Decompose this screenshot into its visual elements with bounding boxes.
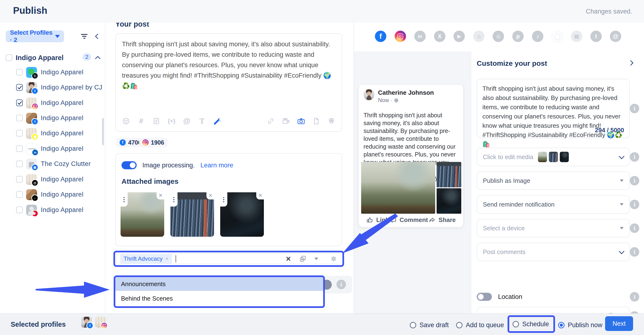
collapse-panel-icon[interactable]: [628, 60, 634, 66]
profile-row[interactable]: Indigo Apparel: [0, 126, 105, 141]
profile-checkbox[interactable]: [16, 176, 23, 183]
drag-handle-icon[interactable]: ⋮: [170, 192, 178, 207]
profile-row[interactable]: ♪ Indigo Apparel: [0, 187, 105, 202]
preview-image[interactable]: [436, 162, 461, 187]
preview-tab-google-business[interactable]: ⌂: [473, 31, 484, 42]
dropdown-option[interactable]: Announcements: [115, 277, 323, 291]
add-to-queue-option[interactable]: Add to queue: [456, 321, 504, 329]
filter-icon[interactable]: [81, 33, 88, 40]
profile-row[interactable]: f Indigo Apparel by CJ: [0, 80, 105, 95]
location-toggle[interactable]: [477, 293, 492, 301]
profile-checkbox[interactable]: [16, 84, 23, 91]
profile-row[interactable]: t Indigo Apparel: [0, 65, 105, 80]
avatar: f: [26, 82, 37, 93]
post-text-input[interactable]: Thrift shopping isn't just about saving …: [122, 39, 337, 91]
radio-icon[interactable]: [410, 322, 416, 328]
profile-checkbox[interactable]: [16, 191, 23, 198]
radio-icon[interactable]: [456, 322, 462, 328]
remove-label-icon[interactable]: ×: [166, 256, 168, 262]
reminder-notification-row[interactable]: Send reminder notification: [477, 195, 630, 214]
preview-image[interactable]: [361, 162, 435, 214]
post-comments-row[interactable]: Post comments: [477, 243, 630, 261]
remove-image-icon[interactable]: ×: [156, 191, 165, 199]
sidebar-scrollbar[interactable]: [102, 118, 104, 145]
profile-checkbox[interactable]: [16, 100, 23, 106]
radio-icon[interactable]: [512, 321, 519, 327]
profile-checkbox[interactable]: [16, 115, 23, 121]
text-format-icon[interactable]: T: [198, 117, 206, 125]
profile-group-header[interactable]: Indigo Apparel 2: [0, 53, 105, 65]
profile-checkbox[interactable]: [16, 161, 23, 167]
profile-checkbox[interactable]: [16, 207, 23, 213]
link-icon[interactable]: [267, 117, 275, 125]
schedule-label[interactable]: Schedule: [522, 320, 549, 328]
preview-tab-tiktok[interactable]: ♪: [532, 31, 544, 42]
profile-row[interactable]: in Indigo Apparel: [0, 142, 105, 157]
dropdown-option[interactable]: Behind the Scenes: [115, 291, 323, 306]
select-device-row[interactable]: Select a device: [477, 219, 630, 237]
profile-checkbox[interactable]: [16, 69, 23, 76]
next-button[interactable]: Next: [605, 316, 633, 331]
preview-image[interactable]: [436, 188, 461, 214]
remove-image-icon[interactable]: ×: [206, 191, 214, 199]
learn-more-link[interactable]: Learn more: [200, 162, 233, 169]
attached-image[interactable]: ⋮ ×: [170, 192, 214, 237]
preview-tab-reddit[interactable]: ☺: [492, 31, 504, 42]
profile-row[interactable]: f Indigo Apparel: [0, 111, 105, 126]
profile-name: Indigo Apparel: [41, 114, 84, 122]
save-draft-option[interactable]: Save draft: [410, 321, 449, 329]
preview-tab-instagram[interactable]: [394, 31, 406, 42]
share-button[interactable]: Share: [428, 216, 456, 224]
profile-checkbox[interactable]: [16, 130, 23, 137]
radio-selected-icon[interactable]: [558, 322, 564, 328]
chevron-up-icon[interactable]: [95, 56, 100, 62]
schedule-annotation: Schedule: [508, 315, 555, 333]
profile-row[interactable]: @ Indigo Apparel: [0, 172, 105, 187]
image-processing-toggle[interactable]: [122, 161, 137, 169]
preview-tab-snapchat[interactable]: [552, 31, 563, 43]
edit-media-row[interactable]: Click to edit media: [477, 148, 630, 166]
hashtag-icon[interactable]: #: [137, 117, 145, 125]
preview-tab-x[interactable]: X: [434, 31, 446, 42]
drag-handle-icon[interactable]: ⋮: [220, 192, 227, 207]
drag-handle-icon[interactable]: ⋮: [120, 192, 128, 207]
preview-tab-facebook[interactable]: f: [375, 31, 386, 42]
profile-checkbox[interactable]: [16, 145, 23, 152]
preview-tab-threads[interactable]: @: [610, 31, 621, 42]
variables-icon[interactable]: {+}: [168, 117, 176, 125]
emoji-icon[interactable]: [122, 117, 130, 125]
file-icon[interactable]: [312, 117, 320, 125]
selected-profile-avatar[interactable]: f: [81, 317, 92, 328]
profile-row[interactable]: Indigo Apparel: [0, 96, 105, 111]
customize-text-input[interactable]: Thrift shopping isn't just about saving …: [477, 79, 630, 138]
video-icon[interactable]: [282, 117, 290, 125]
settings-icon[interactable]: [330, 255, 337, 262]
select-profiles-button[interactable]: Select Profiles · 2: [6, 30, 64, 42]
apply-all-icon[interactable]: [299, 255, 306, 262]
publish-as-image-row[interactable]: Publish as Image: [477, 171, 630, 190]
label-chip[interactable]: Thrift Advocacy×: [120, 254, 172, 264]
ai-wand-icon[interactable]: [213, 117, 221, 125]
preview-tab-linkedin[interactable]: in: [414, 31, 426, 42]
attached-image[interactable]: ⋮ ×: [120, 192, 164, 237]
collapse-sidebar-icon[interactable]: [95, 34, 100, 39]
selected-profile-avatar[interactable]: [96, 317, 106, 328]
row-label: Select a device: [483, 225, 525, 232]
preview-tab-notes[interactable]: ▤: [571, 31, 582, 42]
saved-captions-icon[interactable]: [152, 117, 160, 125]
profile-row[interactable]: ▦▤ The Cozy Clutter: [0, 157, 105, 172]
profile-row[interactable]: P Indigo Apparel: [0, 203, 105, 218]
labels-input[interactable]: Thrift Advocacy× ✕: [116, 254, 341, 264]
preview-tab-tumblr[interactable]: t: [590, 31, 602, 42]
media-library-icon[interactable]: [328, 117, 336, 125]
publish-now-option[interactable]: Publish now: [558, 321, 602, 329]
mention-icon[interactable]: @: [183, 117, 191, 125]
group-checkbox[interactable]: [6, 54, 12, 61]
attached-image[interactable]: ⋮ ×: [220, 192, 264, 237]
remove-image-icon[interactable]: ×: [256, 191, 264, 199]
clear-icon[interactable]: ✕: [286, 255, 291, 263]
chevron-down-icon[interactable]: [314, 258, 318, 260]
preview-tab-youtube[interactable]: ▶: [454, 31, 465, 42]
preview-tab-pinterest[interactable]: p: [512, 31, 524, 42]
photo-icon[interactable]: [297, 117, 305, 125]
